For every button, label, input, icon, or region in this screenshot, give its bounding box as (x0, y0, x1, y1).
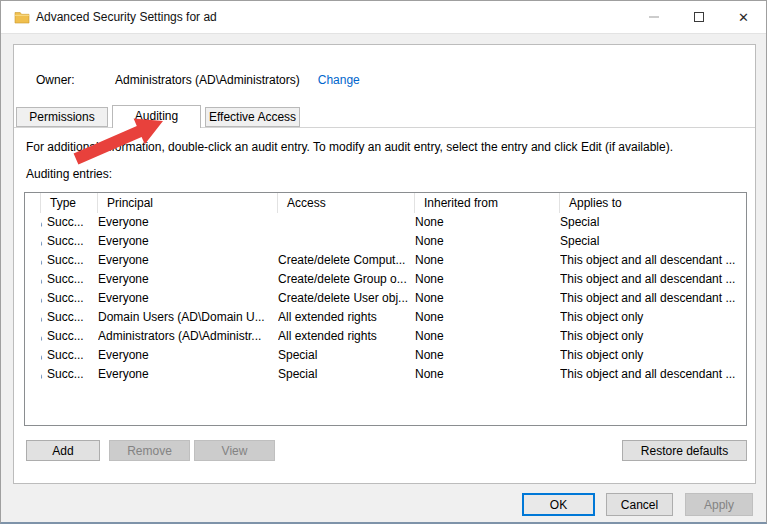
owner-value: Administrators (AD\Administrators) (115, 73, 300, 87)
cell-inherited-from: None (415, 213, 560, 232)
audit-entry-row[interactable]: Succ...EveryoneNoneSpecial (25, 213, 746, 232)
cell-inherited-from: None (415, 270, 560, 289)
cell-principal: Everyone (98, 213, 278, 232)
cell-access: Special (278, 346, 415, 365)
cell-inherited-from: None (415, 251, 560, 270)
cell-access: Create/delete Comput... (278, 251, 415, 270)
cell-type: Succ... (41, 232, 98, 251)
cell-applies-to: This object and all descendant ... (560, 289, 746, 308)
cell-principal: Everyone (98, 232, 278, 251)
owner-row: Owner: Administrators (AD\Administrators… (36, 73, 360, 87)
maximize-button[interactable] (676, 1, 721, 33)
ok-button[interactable]: OK (522, 493, 595, 516)
audit-entry-row[interactable]: Succ...EveryoneCreate/delete Group o...N… (25, 270, 746, 289)
tab-permissions[interactable]: Permissions (16, 107, 108, 127)
column-header-principal[interactable]: Principal (98, 193, 278, 213)
dialog-footer: OK Cancel Apply (1, 484, 766, 522)
two-users-icon (41, 367, 43, 381)
restore-defaults-button[interactable]: Restore defaults (622, 440, 747, 461)
minimize-button[interactable] (631, 1, 676, 33)
apply-button[interactable]: Apply (685, 493, 753, 516)
cell-type: Succ... (41, 308, 98, 327)
two-users-icon (41, 310, 43, 324)
change-owner-link[interactable]: Change (318, 73, 360, 87)
two-users-icon (41, 253, 43, 267)
column-header-spacer[interactable] (25, 193, 41, 213)
two-users-icon (41, 234, 43, 248)
audit-entry-row[interactable]: Succ...EveryoneSpecialNoneThis object an… (25, 365, 746, 384)
cell-access: All extended rights (278, 308, 415, 327)
table-body: Succ...EveryoneNoneSpecial Succ...Everyo… (25, 213, 746, 384)
cell-principal: Everyone (98, 346, 278, 365)
audit-entry-row[interactable]: Succ...EveryoneSpecialNoneThis object on… (25, 346, 746, 365)
column-header-inherited-from[interactable]: Inherited from (415, 193, 560, 213)
cell-principal: Domain Users (AD\Domain U... (98, 308, 278, 327)
cell-inherited-from: None (415, 232, 560, 251)
cell-type: Succ... (41, 251, 98, 270)
auditing-entries-label: Auditing entries: (26, 167, 112, 181)
audit-entry-row[interactable]: Succ...EveryoneCreate/delete Comput...No… (25, 251, 746, 270)
cell-inherited-from: None (415, 365, 560, 384)
column-header-type[interactable]: Type (41, 193, 98, 213)
cell-inherited-from: None (415, 289, 560, 308)
cell-access: All extended rights (278, 327, 415, 346)
two-users-icon (41, 291, 43, 305)
close-icon: ✕ (738, 11, 749, 24)
column-header-applies-to[interactable]: Applies to (560, 193, 746, 213)
cell-access: Create/delete User obj... (278, 289, 415, 308)
cell-type: Succ... (41, 289, 98, 308)
folder-icon (14, 10, 30, 24)
titlebar: Advanced Security Settings for ad ✕ (1, 1, 766, 34)
cell-type: Succ... (41, 327, 98, 346)
cell-type: Succ... (41, 270, 98, 289)
window-controls: ✕ (631, 1, 766, 33)
audit-entry-row[interactable]: Succ...EveryoneNoneSpecial (25, 232, 746, 251)
remove-button[interactable]: Remove (109, 440, 190, 461)
minimize-icon (649, 16, 659, 18)
cell-applies-to: Special (560, 232, 746, 251)
cell-applies-to: This object and all descendant ... (560, 365, 746, 384)
view-button[interactable]: View (194, 440, 275, 461)
cell-applies-to: This object only (560, 308, 746, 327)
close-button[interactable]: ✕ (721, 1, 766, 33)
cell-applies-to: This object only (560, 346, 746, 365)
tab-bar: Permissions Auditing Effective Access (14, 104, 755, 127)
auditing-tab-page: For additional information, double-click… (14, 127, 755, 483)
maximize-icon (694, 12, 704, 22)
add-button[interactable]: Add (26, 440, 100, 461)
cell-applies-to: This object only (560, 327, 746, 346)
cell-inherited-from: None (415, 327, 560, 346)
two-users-icon (41, 348, 43, 362)
cell-applies-to: This object and all descendant ... (560, 251, 746, 270)
auditing-description: For additional information, double-click… (26, 140, 673, 154)
two-users-icon (41, 215, 43, 229)
advanced-security-settings-dialog: Advanced Security Settings for ad ✕ Owne… (0, 0, 767, 524)
main-panel: Owner: Administrators (AD\Administrators… (13, 44, 756, 484)
cell-type: Succ... (41, 365, 98, 384)
cell-principal: Administrators (AD\Administr... (98, 327, 278, 346)
cell-inherited-from: None (415, 346, 560, 365)
audit-entry-row[interactable]: Succ...EveryoneCreate/delete User obj...… (25, 289, 746, 308)
cell-principal: Everyone (98, 289, 278, 308)
tab-auditing[interactable]: Auditing (112, 105, 201, 128)
cell-principal: Everyone (98, 365, 278, 384)
tab-effective-access[interactable]: Effective Access (205, 107, 300, 127)
cell-applies-to: Special (560, 213, 746, 232)
two-users-icon (41, 272, 43, 286)
cell-type: Succ... (41, 213, 98, 232)
window-title: Advanced Security Settings for ad (36, 10, 217, 24)
cell-type: Succ... (41, 346, 98, 365)
cell-inherited-from: None (415, 308, 560, 327)
audit-entry-row[interactable]: Succ...Administrators (AD\Administr...Al… (25, 327, 746, 346)
audit-entry-row[interactable]: Succ...Domain Users (AD\Domain U...All e… (25, 308, 746, 327)
cell-access: Create/delete Group o... (278, 270, 415, 289)
cell-principal: Everyone (98, 270, 278, 289)
two-users-icon (41, 329, 43, 343)
cancel-button[interactable]: Cancel (606, 493, 673, 516)
column-header-access[interactable]: Access (278, 193, 415, 213)
cell-applies-to: This object and all descendant ... (560, 270, 746, 289)
auditing-entries-table: TypePrincipalAccessInherited fromApplies… (24, 192, 747, 426)
table-header: TypePrincipalAccessInherited fromApplies… (25, 193, 746, 213)
cell-principal: Everyone (98, 251, 278, 270)
cell-access: Special (278, 365, 415, 384)
